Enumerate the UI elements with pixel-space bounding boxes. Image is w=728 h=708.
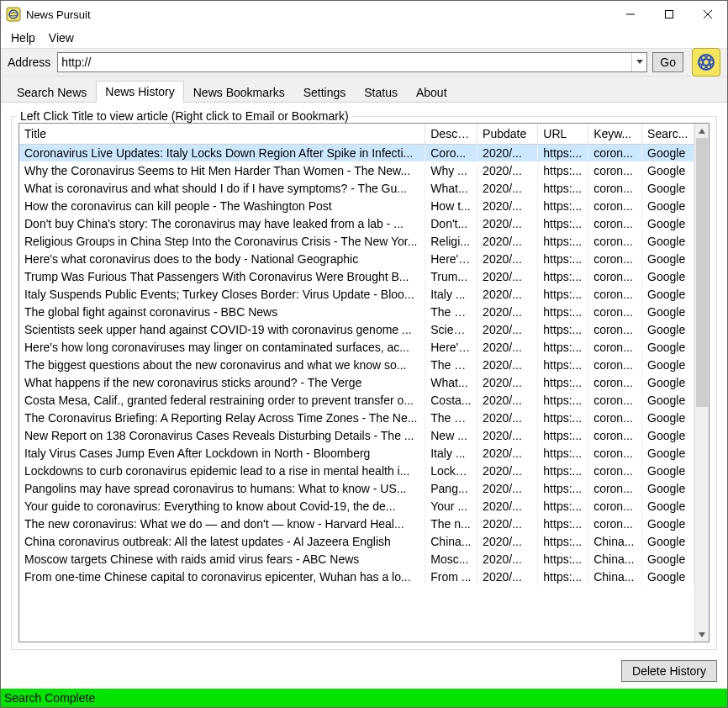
- scroll-thumb[interactable]: [696, 138, 708, 407]
- table-row[interactable]: Italy Virus Cases Jump Even After Lockdo…: [19, 444, 694, 462]
- cell-url: https:...: [538, 285, 588, 303]
- cell-description: How t...: [425, 197, 477, 214]
- table-row[interactable]: Costa Mesa, Calif., granted federal rest…: [19, 391, 694, 409]
- table-row[interactable]: Trump Was Furious That Passengers With C…: [19, 267, 694, 285]
- table-row[interactable]: Don't buy China's story: The coronavirus…: [19, 214, 694, 232]
- chevron-down-icon[interactable]: [631, 53, 646, 71]
- cell-keywords: coron...: [588, 232, 642, 250]
- table-row[interactable]: Scientists seek upper hand against COVID…: [19, 320, 694, 338]
- tab-search-news[interactable]: Search News: [8, 82, 96, 103]
- scroll-up-icon[interactable]: [695, 124, 709, 138]
- col-url[interactable]: URL: [538, 124, 588, 144]
- cell-keywords: coron...: [588, 303, 642, 320]
- cell-pubdate: 2020/...: [477, 338, 538, 356]
- cell-title: Italy Suspends Public Events; Turkey Clo…: [19, 285, 425, 303]
- table-row[interactable]: Pangolins may have spread coronavirus to…: [19, 479, 694, 497]
- cell-url: https:...: [538, 161, 588, 179]
- go-button[interactable]: Go: [652, 52, 683, 72]
- table-row[interactable]: Why the Coronavirus Seems to Hit Men Har…: [19, 161, 694, 179]
- minimize-button[interactable]: [611, 2, 650, 27]
- cell-title: What happens if the new coronavirus stic…: [19, 373, 425, 391]
- cell-search: Google: [642, 426, 694, 444]
- menu-view[interactable]: View: [44, 29, 79, 46]
- table-row[interactable]: From one-time Chinese capital to coronav…: [19, 568, 694, 585]
- table-row[interactable]: Religious Groups in China Step Into the …: [19, 232, 694, 250]
- col-keywords[interactable]: Keyw...: [588, 124, 642, 144]
- cell-title: The Coronavirus Briefing: A Reporting Re…: [19, 409, 425, 426]
- svg-rect-4: [666, 11, 673, 18]
- cell-title: Religious Groups in China Step Into the …: [19, 232, 425, 250]
- table-row[interactable]: The biggest questions about the new coro…: [19, 356, 694, 373]
- cell-search: Google: [642, 568, 694, 585]
- cell-keywords: coron...: [588, 479, 642, 497]
- delete-history-button[interactable]: Delete History: [621, 660, 717, 682]
- col-pubdate[interactable]: Pubdate: [477, 124, 538, 144]
- cell-url: https:...: [538, 250, 588, 267]
- table-row[interactable]: Your guide to coronavirus: Everything to…: [19, 497, 694, 515]
- address-input[interactable]: [58, 54, 631, 71]
- cell-title: The biggest questions about the new coro…: [19, 356, 425, 373]
- table-row[interactable]: China coronavirus outbreak: All the late…: [19, 532, 694, 550]
- cell-pubdate: 2020/...: [477, 320, 538, 338]
- table-row[interactable]: Coronavirus Live Updates: Italy Locks Do…: [19, 144, 694, 161]
- cell-keywords: China...: [588, 568, 642, 585]
- cell-description: Pang...: [425, 479, 477, 497]
- cell-url: https:...: [538, 179, 588, 197]
- cell-search: Google: [642, 303, 694, 320]
- table-row[interactable]: The new coronavirus: What we do — and do…: [19, 515, 694, 532]
- cell-search: Google: [642, 497, 694, 515]
- tab-settings[interactable]: Settings: [294, 82, 356, 103]
- cell-pubdate: 2020/...: [477, 515, 538, 532]
- cell-keywords: coron...: [588, 250, 642, 267]
- col-search[interactable]: Searc...: [642, 124, 694, 144]
- cell-keywords: China...: [588, 550, 642, 568]
- cell-description: The gl...: [425, 303, 477, 320]
- menu-help[interactable]: Help: [6, 29, 40, 46]
- table-row[interactable]: Lockdowns to curb coronavirus epidemic l…: [19, 462, 694, 479]
- scroll-down-icon[interactable]: [695, 627, 709, 642]
- cell-keywords: coron...: [588, 497, 642, 515]
- vertical-scrollbar[interactable]: [694, 124, 709, 642]
- cell-description: Don't...: [425, 214, 477, 232]
- table-row[interactable]: The global fight against coronavirus - B…: [19, 303, 694, 320]
- status-text: Search Complete: [4, 691, 95, 705]
- close-button[interactable]: [688, 2, 727, 27]
- col-title[interactable]: Title: [19, 124, 425, 144]
- table-row[interactable]: The Coronavirus Briefing: A Reporting Re…: [19, 409, 694, 426]
- cell-description: What...: [425, 373, 477, 391]
- table-row[interactable]: Moscow targets Chinese with raids amid v…: [19, 550, 694, 568]
- table-row[interactable]: What happens if the new coronavirus stic…: [19, 373, 694, 391]
- table-row[interactable]: How the coronavirus can kill people - Th…: [19, 197, 694, 214]
- cell-search: Google: [642, 214, 694, 232]
- cell-description: Coro...: [425, 144, 477, 161]
- scroll-track[interactable]: [695, 138, 709, 627]
- maximize-button[interactable]: [650, 2, 688, 27]
- table-row[interactable]: New Report on 138 Coronavirus Cases Reve…: [19, 426, 694, 444]
- cell-pubdate: 2020/...: [477, 303, 538, 320]
- col-description[interactable]: Descri...: [425, 124, 477, 144]
- cell-search: Google: [642, 373, 694, 391]
- tab-about[interactable]: About: [407, 82, 456, 103]
- cell-pubdate: 2020/...: [477, 373, 538, 391]
- cell-search: Google: [642, 532, 694, 550]
- cell-pubdate: 2020/...: [477, 532, 538, 550]
- table-row[interactable]: Italy Suspends Public Events; Turkey Clo…: [19, 285, 694, 303]
- cell-title: Coronavirus Live Updates: Italy Locks Do…: [19, 144, 425, 161]
- tab-news-bookmarks[interactable]: News Bookmarks: [184, 82, 294, 103]
- cell-title: The new coronavirus: What we do — and do…: [19, 515, 425, 532]
- address-combobox[interactable]: [57, 52, 647, 72]
- cell-keywords: coron...: [588, 267, 642, 285]
- cell-keywords: coron...: [588, 426, 642, 444]
- cell-search: Google: [642, 479, 694, 497]
- tab-bar: Search News News History News Bookmarks …: [1, 77, 727, 103]
- cell-title: Moscow targets Chinese with raids amid v…: [19, 550, 425, 568]
- cell-pubdate: 2020/...: [477, 568, 538, 585]
- history-table: Title Descri... Pubdate URL Keyw... Sear…: [18, 123, 710, 642]
- table-row[interactable]: Here's how long coronaviruses may linger…: [19, 338, 694, 356]
- cell-description: Lockd...: [425, 462, 477, 479]
- cell-title: What is coronavirus and what should I do…: [19, 179, 425, 197]
- tab-news-history[interactable]: News History: [96, 81, 183, 103]
- tab-status[interactable]: Status: [355, 82, 407, 103]
- table-row[interactable]: Here's what coronavirus does to the body…: [19, 250, 694, 267]
- table-row[interactable]: What is coronavirus and what should I do…: [19, 179, 694, 197]
